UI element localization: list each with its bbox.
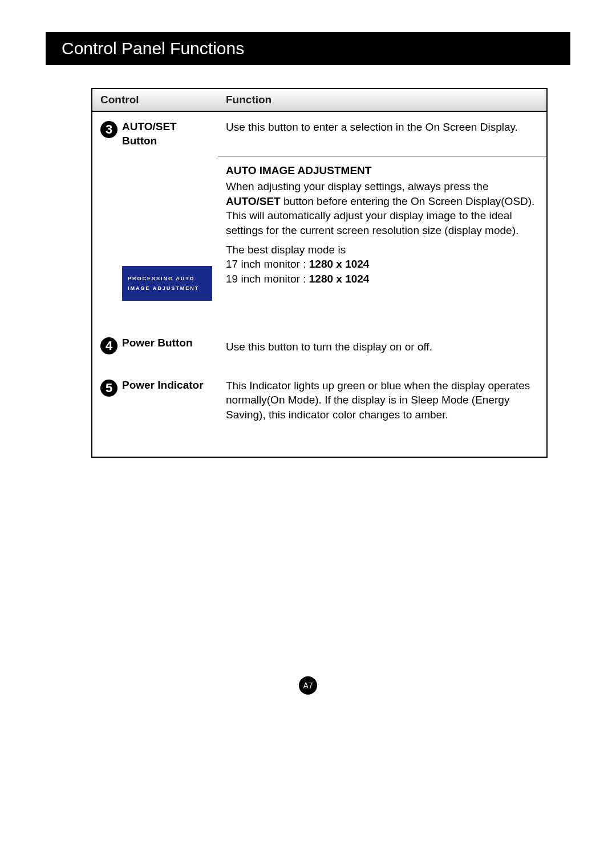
column-header-function: Function (218, 89, 546, 111)
processing-indicator-box: PROCESSING AUTO IMAGE ADJUSTMENT (122, 266, 212, 300)
functions-table: Control Function 3 AUTO/SET Button Use t… (91, 88, 548, 458)
mode-17-val: 1280 x 1024 (309, 258, 370, 270)
control-cell: PROCESSING AUTO IMAGE ADJUSTMENT (100, 163, 226, 300)
mode-intro: The best display mode is (226, 243, 538, 257)
body-pre: When adjusting your display settings, al… (226, 180, 488, 192)
function-cell: Use this button to enter a selection in … (226, 120, 538, 148)
control-label: Power Button (122, 336, 193, 350)
page-number-badge: A7 (299, 676, 317, 695)
control-cell: 4 Power Button (100, 336, 226, 354)
function-cell: AUTO IMAGE ADJUSTMENT When adjusting you… (226, 163, 538, 300)
number-badge: 5 (100, 380, 117, 397)
auto-image-adjustment-body: When adjusting your display settings, al… (226, 179, 538, 238)
number-badge: 4 (100, 337, 117, 354)
function-cell: This Indicator lights up green or blue w… (226, 378, 538, 422)
table-row: PROCESSING AUTO IMAGE ADJUSTMENT AUTO IM… (92, 156, 546, 329)
mode-17: 17 inch monitor : 1280 x 1024 (226, 257, 538, 272)
processing-line1: PROCESSING AUTO (128, 274, 206, 283)
table-row: 4 Power Button Use this button to turn t… (92, 329, 546, 372)
control-label-line1: AUTO/SET (122, 120, 177, 132)
table-body: 3 AUTO/SET Button Use this button to ent… (92, 112, 546, 457)
processing-line2: IMAGE ADJUSTMENT (128, 284, 206, 293)
table-row: 5 Power Indicator This Indicator lights … (92, 372, 546, 457)
body-bold: AUTO/SET (226, 195, 281, 207)
control-label: Power Indicator (122, 378, 204, 393)
table-header-row: Control Function (92, 89, 546, 112)
mode-19-val: 1280 x 1024 (309, 273, 370, 285)
page-title: Control Panel Functions (62, 39, 244, 58)
mode-17-pre: 17 inch monitor : (226, 258, 309, 270)
control-cell: 5 Power Indicator (100, 378, 226, 422)
control-label-line2: Button (122, 135, 157, 147)
control-label: AUTO/SET Button (122, 120, 177, 148)
mode-19-pre: 19 inch monitor : (226, 273, 309, 285)
mode-19: 19 inch monitor : 1280 x 1024 (226, 272, 538, 287)
table-row: 3 AUTO/SET Button Use this button to ent… (92, 112, 546, 156)
column-header-control: Control (92, 89, 218, 111)
page-header: Control Panel Functions (46, 32, 570, 65)
auto-image-adjustment-title: AUTO IMAGE ADJUSTMENT (226, 163, 538, 178)
function-cell: Use this button to turn the display on o… (226, 336, 538, 354)
number-badge: 3 (100, 121, 117, 138)
display-mode-block: The best display mode is 17 inch monitor… (226, 243, 538, 287)
page-number: A7 (303, 681, 313, 690)
control-cell: 3 AUTO/SET Button (100, 120, 226, 148)
